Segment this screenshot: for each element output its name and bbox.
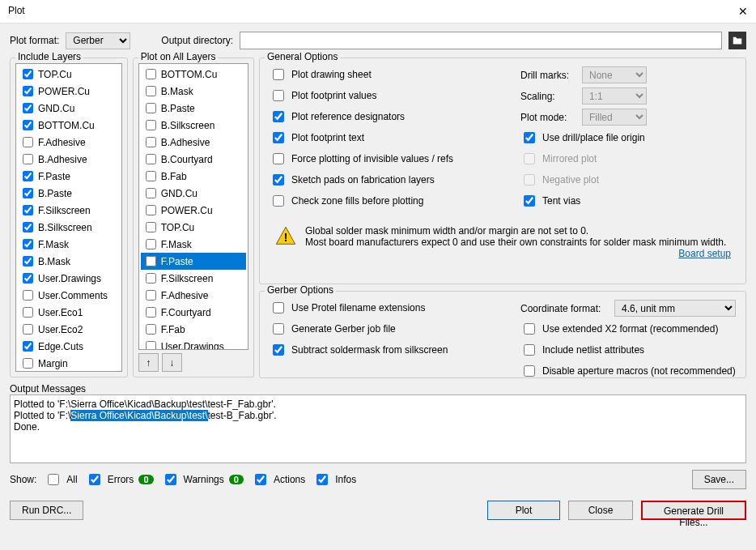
list-item[interactable]: B.Courtyard [141,151,246,168]
close-icon[interactable]: ✕ [738,5,748,18]
option-checkbox[interactable]: Subtract soldermask from silkscreen [270,342,488,358]
layer-checkbox[interactable] [146,239,156,249]
list-item[interactable]: Margin [18,355,120,372]
layer-checkbox[interactable] [23,239,33,249]
option-checkbox[interactable]: Tent vias [520,193,736,209]
layer-checkbox[interactable] [23,137,33,147]
move-up-button[interactable]: ↑ [138,353,159,372]
layer-checkbox[interactable] [146,171,156,181]
layer-checkbox[interactable] [23,171,33,181]
layer-checkbox[interactable] [146,86,156,96]
output-messages-box[interactable]: Plotted to 'F:\Sierra Office\Kicad\Backu… [10,394,746,463]
layer-checkbox[interactable] [23,205,33,215]
option-checkbox[interactable]: Use drill/place file origin [520,130,736,146]
option-checkbox[interactable]: Plot reference designators [270,109,488,125]
layer-checkbox[interactable] [146,307,156,318]
layer-checkbox[interactable] [23,154,33,164]
option-checkbox[interactable]: Plot footprint text [270,130,488,146]
layer-checkbox[interactable] [23,273,33,284]
layer-checkbox[interactable] [146,205,156,215]
list-item[interactable]: GND.Cu [18,100,120,117]
layer-checkbox[interactable] [23,188,33,198]
list-item[interactable]: F.Mask [18,236,120,253]
plot-all-layers-list[interactable]: BOTTOM.CuB.MaskB.PasteB.SilkscreenB.Adhe… [138,63,248,350]
close-button[interactable]: Close [568,501,633,520]
list-item[interactable]: F.Mask [141,236,246,253]
save-button[interactable]: Save... [692,470,746,489]
option-checkbox[interactable]: Generate Gerber job file [270,321,488,337]
option-checkbox[interactable]: Plot drawing sheet [270,66,488,83]
layer-checkbox[interactable] [146,341,156,350]
layer-checkbox[interactable] [23,256,33,266]
show-actions-checkbox[interactable]: Actions [252,471,305,488]
list-item[interactable]: User.Drawings [141,338,246,350]
layer-checkbox[interactable] [23,103,33,113]
list-item[interactable]: F.Paste [18,168,120,185]
plot-mode-select[interactable]: Filled [582,109,647,126]
layer-checkbox[interactable] [23,290,33,301]
list-item[interactable]: B.Fab [141,168,246,185]
layer-checkbox[interactable] [23,358,33,369]
list-item[interactable]: F.Adhesive [18,134,120,151]
output-directory-input[interactable] [240,32,722,49]
list-item[interactable]: B.Silkscreen [18,219,120,236]
list-item[interactable]: User.Drawings [18,270,120,287]
list-item[interactable]: POWER.Cu [141,202,246,219]
list-item[interactable]: F.Silkscreen [18,202,120,219]
list-item[interactable]: Edge.Cuts [18,338,120,355]
layer-checkbox[interactable] [146,137,156,147]
layer-checkbox[interactable] [23,222,33,232]
list-item[interactable]: TOP.Cu [18,66,120,83]
layer-checkbox[interactable] [146,256,156,266]
generate-drill-files-button[interactable]: Generate Drill Files... [641,501,746,520]
list-item[interactable]: F.Courtyard [141,304,246,321]
list-item[interactable]: B.Silkscreen [141,117,246,134]
coord-format-select[interactable]: 4.6, unit mm [614,300,736,317]
list-item[interactable]: BOTTOM.Cu [18,117,120,134]
option-checkbox[interactable]: Use extended X2 format (recommended) [520,321,736,337]
layer-checkbox[interactable] [23,69,33,79]
option-checkbox[interactable]: Plot footprint values [270,87,488,104]
layer-checkbox[interactable] [23,341,33,352]
browse-folder-button[interactable] [728,32,746,49]
layer-checkbox[interactable] [146,273,156,284]
plot-button[interactable]: Plot [487,501,560,520]
option-checkbox[interactable]: Use Protel filename extensions [270,300,488,316]
board-setup-link[interactable]: Board setup [305,248,731,259]
list-item[interactable]: User.Eco2 [18,321,120,338]
list-item[interactable]: B.Mask [141,83,246,100]
list-item[interactable]: B.Mask [18,253,120,270]
list-item[interactable]: F.Fab [141,321,246,338]
move-down-button[interactable]: ↓ [162,353,182,372]
list-item[interactable]: B.Paste [141,100,246,117]
show-all-checkbox[interactable]: All [45,471,77,488]
drill-marks-select[interactable]: None [582,66,647,83]
layer-checkbox[interactable] [146,103,156,113]
layer-checkbox[interactable] [23,324,33,335]
list-item[interactable]: F.Adhesive [141,287,246,304]
layer-checkbox[interactable] [146,154,156,164]
scaling-select[interactable]: 1:1 [582,87,647,104]
layer-checkbox[interactable] [146,324,156,335]
show-warnings-checkbox[interactable]: Warnings0 [162,471,244,488]
list-item[interactable]: F.Paste [141,253,246,270]
layer-checkbox[interactable] [146,290,156,301]
layer-checkbox[interactable] [23,86,33,96]
option-checkbox[interactable]: Include netlist attributes [520,342,736,358]
list-item[interactable]: B.Adhesive [18,151,120,168]
list-item[interactable]: B.Adhesive [141,134,246,151]
option-checkbox[interactable]: Force plotting of invisible values / ref… [270,151,488,167]
list-item[interactable]: User.Eco1 [18,304,120,321]
show-errors-checkbox[interactable]: Errors0 [86,471,154,488]
show-infos-checkbox[interactable]: Infos [313,471,356,488]
list-item[interactable]: TOP.Cu [141,219,246,236]
layer-checkbox[interactable] [23,307,33,318]
list-item[interactable]: B.Paste [18,185,120,202]
layer-checkbox[interactable] [146,120,156,130]
run-drc-button[interactable]: Run DRC... [10,501,83,520]
list-item[interactable]: BOTTOM.Cu [141,66,246,83]
list-item[interactable]: POWER.Cu [18,83,120,100]
option-checkbox[interactable]: Disable aperture macros (not recommended… [520,363,736,379]
layer-checkbox[interactable] [146,69,156,79]
include-layers-list[interactable]: TOP.CuPOWER.CuGND.CuBOTTOM.CuF.AdhesiveB… [15,63,122,372]
